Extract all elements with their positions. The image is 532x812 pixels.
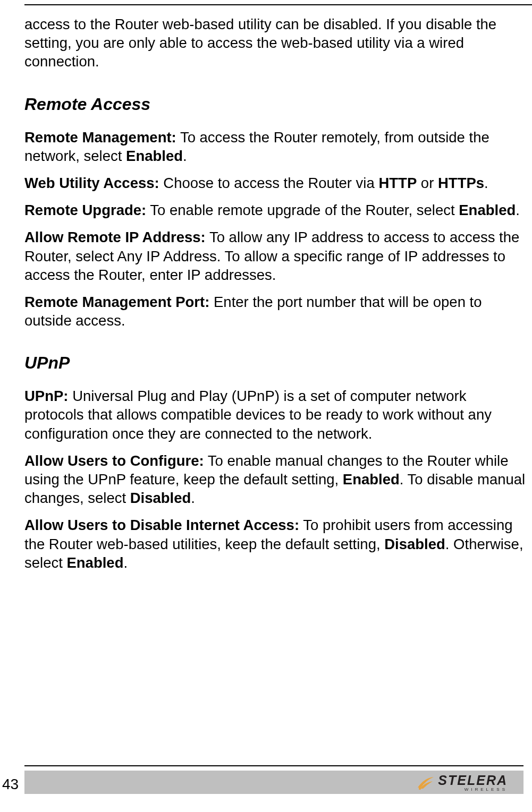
label: Allow Users to Disable Internet Access: xyxy=(24,517,299,533)
label: Web Utility Access: xyxy=(24,175,159,191)
svg-point-0 xyxy=(419,788,421,790)
value2: Disabled xyxy=(130,490,191,506)
label: UPnP: xyxy=(24,388,69,404)
brand-name: STELERA xyxy=(438,774,508,787)
tail: . xyxy=(191,490,195,506)
tail: . xyxy=(516,202,520,218)
heading-upnp: UPnP xyxy=(24,353,526,373)
para-remote-management: Remote Management: To access the Router … xyxy=(24,128,526,165)
body: Choose to access the Router via xyxy=(159,175,379,191)
footer-rule xyxy=(24,765,523,766)
brand-text: STELERA WIRELESS xyxy=(438,774,508,792)
label: Remote Upgrade: xyxy=(24,202,146,218)
value: Enabled xyxy=(126,148,183,164)
para-remote-upgrade: Remote Upgrade: To enable remote upgrade… xyxy=(24,201,526,219)
tail: . xyxy=(183,148,187,164)
brand-subname: WIRELESS xyxy=(438,788,508,792)
label: Remote Management: xyxy=(24,129,176,146)
footer: STELERA WIRELESS 43 xyxy=(0,765,532,789)
para-allow-users-configure: Allow Users to Configure: To enable manu… xyxy=(24,451,526,508)
mid: or xyxy=(417,175,438,191)
brand-logo: STELERA WIRELESS xyxy=(417,774,508,792)
label: Remote Management Port: xyxy=(24,294,209,310)
value: Enabled xyxy=(343,471,400,488)
para-upnp: UPnP: Universal Plug and Play (UPnP) is … xyxy=(24,387,526,443)
tail: . xyxy=(484,175,488,191)
para-remote-mgmt-port: Remote Management Port: Enter the port n… xyxy=(24,293,526,330)
tail: . xyxy=(123,554,128,571)
top-rule xyxy=(24,4,532,5)
value2: Enabled xyxy=(66,554,123,571)
value: HTTP xyxy=(378,175,417,191)
value: Enabled xyxy=(459,202,516,218)
content-area: access to the Router web-based utility c… xyxy=(24,15,526,580)
wireless-swoosh-icon xyxy=(417,775,435,791)
value2: HTTPs xyxy=(438,175,484,191)
body: Universal Plug and Play (UPnP) is a set … xyxy=(24,388,492,441)
value: Disabled xyxy=(384,536,445,552)
page: access to the Router web-based utility c… xyxy=(0,0,532,812)
para-allow-remote-ip: Allow Remote IP Address: To allow any IP… xyxy=(24,228,526,284)
body: To enable remote upgrade of the Router, … xyxy=(146,202,459,218)
para-allow-users-disable-internet: Allow Users to Disable Internet Access: … xyxy=(24,516,526,572)
para-web-utility-access: Web Utility Access: Choose to access the… xyxy=(24,174,526,192)
intro-paragraph: access to the Router web-based utility c… xyxy=(24,15,526,71)
footer-bar: STELERA WIRELESS xyxy=(24,771,523,794)
heading-remote-access: Remote Access xyxy=(24,95,526,114)
page-number: 43 xyxy=(2,776,19,793)
label: Allow Users to Configure: xyxy=(24,452,204,469)
label: Allow Remote IP Address: xyxy=(24,229,206,245)
